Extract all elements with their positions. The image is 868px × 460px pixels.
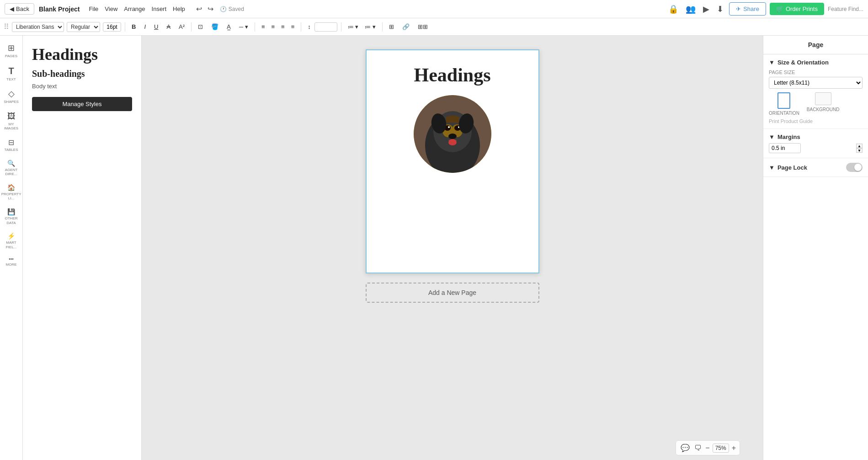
page-lock-chevron-icon: ▼ — [769, 164, 775, 171]
margins-input[interactable] — [769, 143, 801, 153]
lock-button[interactable]: 🔒 — [666, 2, 680, 16]
sidebar-item-pages[interactable]: ⊞ PAGES — [1, 40, 21, 61]
zoom-in-button[interactable]: + — [732, 444, 736, 452]
table-button[interactable]: ⊞ — [386, 22, 397, 32]
size-orientation-label: Size & Orientation — [777, 59, 829, 66]
font-size-input[interactable] — [103, 22, 121, 32]
line-height-button[interactable]: ↕ — [305, 22, 314, 32]
align-justify-button[interactable]: ≡ — [278, 22, 288, 32]
margins-toggle[interactable]: ▼ Margins — [769, 134, 863, 140]
sidebar-item-more[interactable]: ••• MORE — [1, 254, 21, 270]
zoom-level[interactable]: 75% — [713, 444, 729, 453]
preview-button[interactable]: ▶ — [701, 2, 711, 16]
size-orientation-toggle[interactable]: ▼ Size & Orientation — [769, 59, 863, 66]
download-button[interactable]: ⬇ — [715, 2, 725, 16]
comment-button[interactable]: 💬 — [680, 443, 691, 453]
align-left-button[interactable]: ≡ — [259, 22, 268, 32]
margins-content: ▲ ▼ — [769, 143, 863, 153]
sidebar-item-agent-dir[interactable]: 🔍 AGENT DIRE... — [1, 157, 21, 179]
page-size-select[interactable]: Letter (8.5x11) — [769, 77, 863, 89]
sidebar-item-text[interactable]: T TEXT — [1, 63, 21, 85]
manage-styles-button[interactable]: Manage Styles — [32, 97, 132, 111]
add-page-button[interactable]: Add a New Page — [366, 283, 539, 303]
italic-button[interactable]: I — [141, 22, 149, 32]
panel-headings-text: Headings — [32, 45, 132, 64]
bold-button[interactable]: B — [129, 22, 138, 32]
menu-insert[interactable]: Insert — [152, 5, 167, 12]
menu-help[interactable]: Help — [173, 5, 185, 12]
zoom-out-button[interactable]: − — [705, 444, 709, 452]
redo-button[interactable]: ↪ — [206, 4, 215, 14]
align-right-button[interactable]: ≡ — [288, 22, 298, 32]
divider-1 — [125, 22, 125, 32]
sidebar-icon-bar: ⊞ PAGES T TEXT ◇ SHAPES 🖼 MY IMAGES ⊟ TA… — [0, 36, 23, 460]
saved-label-text: Saved — [229, 6, 244, 12]
sidebar-item-property-li[interactable]: 🏠 PROPERTY LI... — [1, 181, 21, 203]
text-color-button[interactable]: A̲ — [224, 22, 234, 32]
back-label: Back — [16, 5, 29, 12]
divider-4 — [301, 22, 301, 32]
sidebar-item-my-images[interactable]: 🖼 MY IMAGES — [1, 109, 21, 134]
share-button[interactable]: ✈ Share — [729, 2, 766, 16]
print-guide-link[interactable]: Print Product Guide — [769, 118, 863, 124]
text-box-button[interactable]: ⊡ — [195, 22, 206, 32]
my-images-icon: 🖼 — [7, 112, 16, 121]
left-panel: Headings Sub-headings Body text Manage S… — [23, 36, 142, 460]
back-button[interactable]: ◀ Back — [5, 3, 34, 15]
mart-fiel-icon: ⚡ — [7, 232, 15, 240]
line-height-input[interactable] — [314, 22, 337, 32]
other-data-icon: 💾 — [7, 208, 15, 215]
bottom-bar: 💬 🗨 − 75% + — [676, 440, 740, 455]
background-option[interactable]: BACKGROUND — [807, 92, 840, 116]
shapes-icon: ◇ — [8, 89, 15, 99]
strikethrough-button[interactable]: A — [164, 22, 173, 32]
order-prints-button[interactable]: 🛒 Order Prints — [770, 3, 824, 15]
underline-button[interactable]: U — [151, 22, 161, 32]
mart-fiel-label: MART FIEL... — [2, 241, 21, 249]
tables-label: TABLES — [4, 148, 18, 152]
superscript-button[interactable]: A² — [176, 22, 187, 32]
page-lock-row: ▼ Page Lock — [769, 163, 863, 172]
margins-chevron-icon: ▼ — [769, 134, 775, 140]
property-li-icon: 🏠 — [7, 184, 15, 191]
collaborators-button[interactable]: 👥 — [684, 2, 698, 16]
sidebar-item-other-data[interactable]: 💾 OTHER DATA — [1, 205, 21, 228]
align-center-button[interactable]: ≡ — [269, 22, 278, 32]
chat-button[interactable]: 🗨 — [693, 443, 703, 453]
line-height-group: ↕ — [305, 22, 337, 32]
line-style-button[interactable]: ─ ▾ — [236, 22, 251, 32]
clock-icon: 🕐 — [220, 6, 227, 12]
font-style-select[interactable]: Regular — [67, 22, 100, 32]
feature-find-link[interactable]: Feature Find... — [828, 6, 863, 12]
back-arrow-icon: ◀ — [10, 5, 14, 12]
sidebar-item-shapes[interactable]: ◇ SHAPES — [1, 86, 21, 107]
order-label: Order Prints — [786, 5, 818, 12]
canvas-heading-text: Headings — [414, 64, 490, 86]
svg-point-8 — [448, 126, 450, 128]
page-lock-toggle[interactable] — [846, 163, 863, 172]
fill-color-button[interactable]: 🪣 — [208, 22, 221, 32]
more-label: MORE — [6, 262, 17, 267]
margins-decrement-button[interactable]: ▼ — [856, 148, 863, 153]
font-family-select[interactable]: Liberation Sans — [12, 22, 64, 32]
sidebar-item-tables[interactable]: ⊟ TABLES — [1, 135, 21, 155]
page-canvas[interactable]: Headings — [366, 49, 539, 273]
my-images-label: MY IMAGES — [2, 122, 21, 131]
unordered-list-button[interactable]: ≔ ▾ — [345, 22, 362, 32]
divider-3 — [255, 22, 255, 32]
menu-file[interactable]: File — [89, 5, 98, 12]
components-button[interactable]: ⊞⊞ — [415, 22, 431, 32]
link-button[interactable]: 🔗 — [399, 22, 412, 32]
margins-increment-button[interactable]: ▲ — [856, 144, 863, 148]
portrait-option[interactable]: ORIENTATION — [769, 92, 799, 116]
menu-arrange[interactable]: Arrange — [124, 5, 145, 12]
pages-label: PAGES — [5, 54, 17, 59]
list-group: ≔ ▾ ≔ ▾ — [345, 22, 378, 32]
menu-view[interactable]: View — [105, 5, 117, 12]
background-icon — [815, 92, 831, 105]
size-orientation-section: ▼ Size & Orientation PAGE SIZE Letter (8… — [763, 54, 868, 129]
ordered-list-button[interactable]: ≔ ▾ — [362, 22, 378, 32]
agent-dir-label: AGENT DIRE... — [2, 168, 21, 177]
undo-button[interactable]: ↩ — [194, 4, 204, 14]
sidebar-item-mart-fiel[interactable]: ⚡ MART FIEL... — [1, 230, 21, 252]
